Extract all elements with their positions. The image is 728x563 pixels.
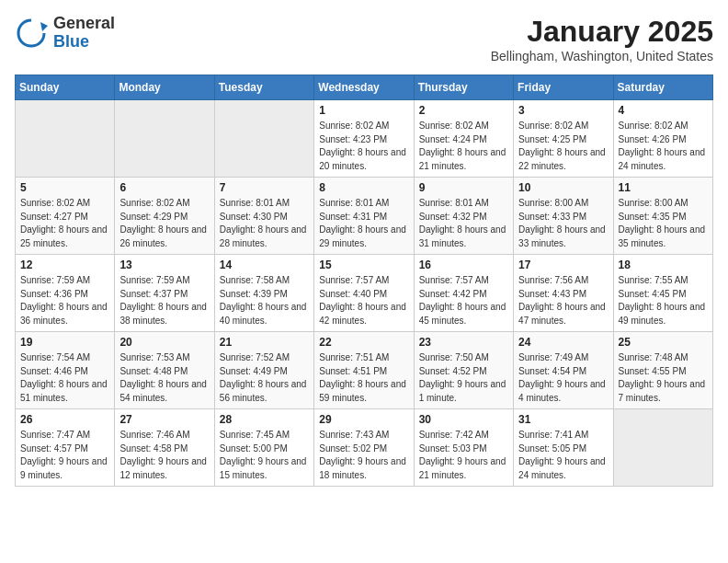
calendar-cell: 6Sunrise: 8:02 AMSunset: 4:29 PMDaylight… [115, 178, 214, 255]
day-number: 19 [20, 336, 109, 349]
day-info: Sunrise: 8:01 AMSunset: 4:30 PMDaylight:… [220, 197, 309, 250]
day-number: 16 [419, 259, 508, 271]
day-info: Sunrise: 7:59 AMSunset: 4:37 PMDaylight:… [119, 274, 209, 327]
calendar-cell: 3Sunrise: 8:02 AMSunset: 4:25 PMDaylight… [514, 100, 613, 178]
day-number: 9 [419, 181, 508, 194]
day-number: 27 [119, 413, 209, 426]
page-header: General Blue January 2025 Bellingham, Wa… [15, 15, 713, 63]
calendar-cell: 31Sunrise: 7:41 AMSunset: 5:05 PMDayligh… [514, 409, 613, 487]
day-number: 24 [518, 336, 608, 349]
day-number: 1 [319, 104, 408, 117]
day-number: 12 [20, 259, 109, 271]
day-number: 23 [419, 336, 508, 349]
day-info: Sunrise: 8:01 AMSunset: 4:31 PMDaylight:… [319, 197, 408, 250]
weekday-header-tuesday: Tuesday [214, 75, 313, 100]
calendar-cell: 26Sunrise: 7:47 AMSunset: 4:57 PMDayligh… [16, 409, 115, 487]
day-number: 4 [619, 104, 708, 117]
calendar-cell: 21Sunrise: 7:52 AMSunset: 4:49 PMDayligh… [214, 332, 313, 409]
calendar-cell: 13Sunrise: 7:59 AMSunset: 4:37 PMDayligh… [115, 255, 214, 332]
day-number: 5 [20, 181, 109, 194]
day-info: Sunrise: 7:50 AMSunset: 4:52 PMDaylight:… [419, 351, 508, 405]
day-number: 13 [119, 259, 209, 271]
day-number: 15 [319, 259, 408, 271]
day-info: Sunrise: 7:49 AMSunset: 4:54 PMDaylight:… [518, 351, 608, 405]
calendar-cell: 16Sunrise: 7:57 AMSunset: 4:42 PMDayligh… [414, 255, 513, 332]
day-number: 17 [518, 259, 608, 271]
day-info: Sunrise: 7:51 AMSunset: 4:51 PMDaylight:… [319, 351, 408, 405]
calendar-cell: 1Sunrise: 8:02 AMSunset: 4:23 PMDaylight… [314, 100, 414, 178]
calendar-cell [16, 100, 115, 178]
day-number: 20 [119, 336, 209, 349]
day-info: Sunrise: 8:00 AMSunset: 4:33 PMDaylight:… [518, 197, 608, 250]
day-info: Sunrise: 8:02 AMSunset: 4:25 PMDaylight:… [518, 120, 608, 173]
weekday-header-saturday: Saturday [613, 75, 712, 100]
calendar-week-2: 5Sunrise: 8:02 AMSunset: 4:27 PMDaylight… [16, 178, 713, 255]
weekday-header-monday: Monday [115, 75, 214, 100]
calendar-cell: 28Sunrise: 7:45 AMSunset: 5:00 PMDayligh… [214, 409, 313, 487]
day-number: 11 [619, 181, 708, 194]
day-info: Sunrise: 8:02 AMSunset: 4:29 PMDaylight:… [119, 197, 209, 250]
day-number: 22 [319, 336, 408, 349]
logo-general-text: General [53, 14, 115, 32]
calendar-week-5: 26Sunrise: 7:47 AMSunset: 4:57 PMDayligh… [16, 409, 713, 487]
calendar-cell [613, 409, 712, 487]
calendar-cell: 27Sunrise: 7:46 AMSunset: 4:58 PMDayligh… [115, 409, 214, 487]
day-info: Sunrise: 7:47 AMSunset: 4:57 PMDaylight:… [20, 429, 109, 482]
logo-icon [15, 17, 48, 50]
day-info: Sunrise: 8:02 AMSunset: 4:23 PMDaylight:… [319, 120, 408, 173]
day-info: Sunrise: 8:02 AMSunset: 4:27 PMDaylight:… [20, 197, 109, 250]
day-info: Sunrise: 7:55 AMSunset: 4:45 PMDaylight:… [619, 274, 708, 327]
day-info: Sunrise: 7:45 AMSunset: 5:00 PMDaylight:… [220, 429, 309, 482]
day-number: 10 [518, 181, 608, 194]
weekday-header-wednesday: Wednesday [314, 75, 414, 100]
calendar-cell: 5Sunrise: 8:02 AMSunset: 4:27 PMDaylight… [16, 178, 115, 255]
calendar-cell: 9Sunrise: 8:01 AMSunset: 4:32 PMDaylight… [414, 178, 513, 255]
day-info: Sunrise: 8:02 AMSunset: 4:26 PMDaylight:… [619, 120, 708, 173]
calendar-week-3: 12Sunrise: 7:59 AMSunset: 4:36 PMDayligh… [16, 255, 713, 332]
day-number: 18 [619, 259, 708, 271]
day-number: 26 [20, 413, 109, 426]
day-number: 28 [220, 413, 309, 426]
day-info: Sunrise: 8:02 AMSunset: 4:24 PMDaylight:… [419, 120, 508, 173]
calendar-week-4: 19Sunrise: 7:54 AMSunset: 4:46 PMDayligh… [16, 332, 713, 409]
calendar-cell: 2Sunrise: 8:02 AMSunset: 4:24 PMDaylight… [414, 100, 513, 178]
location-subtitle: Bellingham, Washington, United States [491, 49, 713, 63]
calendar-cell: 24Sunrise: 7:49 AMSunset: 4:54 PMDayligh… [514, 332, 613, 409]
day-number: 2 [419, 104, 508, 117]
day-number: 21 [220, 336, 309, 349]
weekday-header-thursday: Thursday [414, 75, 513, 100]
day-number: 7 [220, 181, 309, 194]
day-info: Sunrise: 7:54 AMSunset: 4:46 PMDaylight:… [20, 351, 109, 405]
calendar-cell: 22Sunrise: 7:51 AMSunset: 4:51 PMDayligh… [314, 332, 414, 409]
month-title: January 2025 [491, 15, 713, 49]
day-info: Sunrise: 7:48 AMSunset: 4:55 PMDaylight:… [619, 351, 708, 405]
day-number: 6 [119, 181, 209, 194]
day-info: Sunrise: 8:01 AMSunset: 4:32 PMDaylight:… [419, 197, 508, 250]
day-info: Sunrise: 8:00 AMSunset: 4:35 PMDaylight:… [619, 197, 708, 250]
day-info: Sunrise: 7:41 AMSunset: 5:05 PMDaylight:… [518, 429, 608, 482]
calendar-header: SundayMondayTuesdayWednesdayThursdayFrid… [16, 75, 713, 100]
calendar-cell: 10Sunrise: 8:00 AMSunset: 4:33 PMDayligh… [514, 178, 613, 255]
day-info: Sunrise: 7:42 AMSunset: 5:03 PMDaylight:… [419, 429, 508, 482]
day-info: Sunrise: 7:43 AMSunset: 5:02 PMDaylight:… [319, 429, 408, 482]
calendar-cell: 17Sunrise: 7:56 AMSunset: 4:43 PMDayligh… [514, 255, 613, 332]
calendar-cell: 19Sunrise: 7:54 AMSunset: 4:46 PMDayligh… [16, 332, 115, 409]
day-info: Sunrise: 7:56 AMSunset: 4:43 PMDaylight:… [518, 274, 608, 327]
day-number: 3 [518, 104, 608, 117]
day-info: Sunrise: 7:46 AMSunset: 4:58 PMDaylight:… [119, 429, 209, 482]
weekday-header-row: SundayMondayTuesdayWednesdayThursdayFrid… [16, 75, 713, 100]
day-number: 29 [319, 413, 408, 426]
calendar-cell: 7Sunrise: 8:01 AMSunset: 4:30 PMDaylight… [214, 178, 313, 255]
day-number: 30 [419, 413, 508, 426]
calendar-cell: 4Sunrise: 8:02 AMSunset: 4:26 PMDaylight… [613, 100, 712, 178]
logo-blue-text: Blue [53, 32, 89, 51]
day-info: Sunrise: 7:59 AMSunset: 4:36 PMDaylight:… [20, 274, 109, 327]
weekday-header-sunday: Sunday [16, 75, 115, 100]
calendar-cell: 25Sunrise: 7:48 AMSunset: 4:55 PMDayligh… [613, 332, 712, 409]
day-number: 8 [319, 181, 408, 194]
calendar-cell: 11Sunrise: 8:00 AMSunset: 4:35 PMDayligh… [613, 178, 712, 255]
logo: General Blue [15, 15, 115, 52]
calendar-cell [214, 100, 313, 178]
calendar-cell: 29Sunrise: 7:43 AMSunset: 5:02 PMDayligh… [314, 409, 414, 487]
calendar-cell: 18Sunrise: 7:55 AMSunset: 4:45 PMDayligh… [613, 255, 712, 332]
